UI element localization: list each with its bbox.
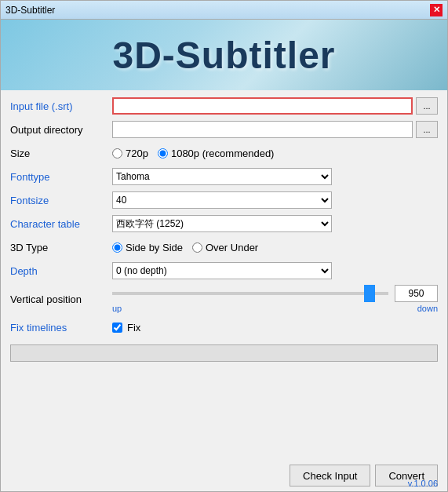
browse-input-button[interactable]: ...	[416, 97, 438, 115]
content-area: Input file (.srt) ... Output directory .…	[1, 90, 447, 460]
type-3d-row: 3D Type Side by Side Over Under	[10, 238, 438, 257]
depth-select[interactable]: 0 (no depth) 1 2 3 5 10	[112, 262, 332, 279]
main-window: 3D-Subtitler ✕ 3D-Subtitler Input file (…	[0, 0, 448, 492]
input-file-group: ...	[112, 97, 438, 115]
output-dir-group: ...	[112, 121, 438, 138]
slider-labels: up down	[112, 304, 438, 313]
size-1080p-label: 1080p (recommended)	[171, 148, 275, 159]
output-dir-field[interactable]	[112, 121, 413, 138]
fontsize-row: Fontsize 24 32 36 40 48 56	[10, 191, 438, 210]
over-under-option[interactable]: Over Under	[192, 242, 258, 253]
size-720p-option[interactable]: 720p	[112, 148, 148, 159]
input-file-row: Input file (.srt) ...	[10, 97, 438, 115]
window-title: 3D-Subtitler	[5, 5, 55, 16]
input-file-label: Input file (.srt)	[10, 100, 112, 112]
fonttype-select[interactable]: Tahoma Arial Verdana Times New Roman	[112, 168, 332, 185]
vertical-pos-slider[interactable]	[112, 292, 388, 295]
fontsize-label: Fontsize	[10, 195, 112, 206]
side-by-side-option[interactable]: Side by Side	[112, 242, 183, 253]
slider-up-label: up	[112, 304, 122, 313]
fix-label: Fix	[127, 322, 140, 333]
side-by-side-label: Side by Side	[126, 242, 183, 253]
bottom-bar: Check Input Convert	[1, 460, 447, 491]
size-720p-radio[interactable]	[112, 148, 122, 159]
over-under-radio[interactable]	[192, 242, 202, 253]
fontsize-select[interactable]: 24 32 36 40 48 56	[112, 191, 332, 209]
banner: 3D-Subtitler	[1, 20, 447, 90]
slider-row	[112, 285, 438, 302]
size-row: Size 720p 1080p (recommended)	[10, 144, 438, 162]
char-table-label: Character table	[10, 218, 112, 230]
size-label: Size	[10, 148, 112, 159]
slider-down-label: down	[417, 304, 438, 313]
over-under-label: Over Under	[206, 242, 258, 253]
browse-output-button[interactable]: ...	[416, 121, 438, 138]
version-label: v.1.0.06	[408, 479, 438, 488]
bottom-section: Check Input Convert v.1.0.06	[1, 460, 447, 491]
output-dir-label: Output directory	[10, 124, 112, 136]
char-table-row: Character table 西欧字符 (1252) UTF-8 UTF-16	[10, 214, 438, 233]
title-bar: 3D-Subtitler ✕	[1, 1, 447, 20]
fix-checkbox[interactable]	[112, 323, 122, 333]
vertical-pos-value[interactable]	[395, 285, 438, 302]
size-720p-label: 720p	[126, 148, 148, 159]
vertical-pos-row: Vertical position up down	[10, 285, 438, 313]
size-1080p-option[interactable]: 1080p (recommended)	[158, 148, 275, 159]
fix-timelines-label: Fix timelines	[10, 322, 112, 333]
progress-bar	[10, 344, 438, 362]
type-3d-radio-group: Side by Side Over Under	[112, 242, 258, 253]
side-by-side-radio[interactable]	[112, 242, 122, 253]
size-1080p-radio[interactable]	[158, 148, 168, 159]
depth-label: Depth	[10, 265, 112, 277]
input-file-field[interactable]	[112, 97, 413, 115]
fonttype-row: Fonttype Tahoma Arial Verdana Times New …	[10, 167, 438, 186]
check-input-button[interactable]: Check Input	[290, 465, 370, 487]
banner-title: 3D-Subtitler	[112, 34, 335, 77]
slider-container: up down	[112, 285, 438, 313]
size-radio-group: 720p 1080p (recommended)	[112, 148, 274, 159]
fix-timelines-row: Fix timelines Fix	[10, 318, 438, 337]
close-button[interactable]: ✕	[430, 4, 443, 16]
fix-checkbox-item[interactable]: Fix	[112, 322, 140, 333]
type-3d-label: 3D Type	[10, 242, 112, 253]
fonttype-label: Fonttype	[10, 171, 112, 183]
vertical-pos-label: Vertical position	[10, 293, 112, 305]
output-dir-row: Output directory ...	[10, 120, 438, 139]
depth-row: Depth 0 (no depth) 1 2 3 5 10	[10, 261, 438, 280]
char-table-select[interactable]: 西欧字符 (1252) UTF-8 UTF-16	[112, 215, 332, 232]
